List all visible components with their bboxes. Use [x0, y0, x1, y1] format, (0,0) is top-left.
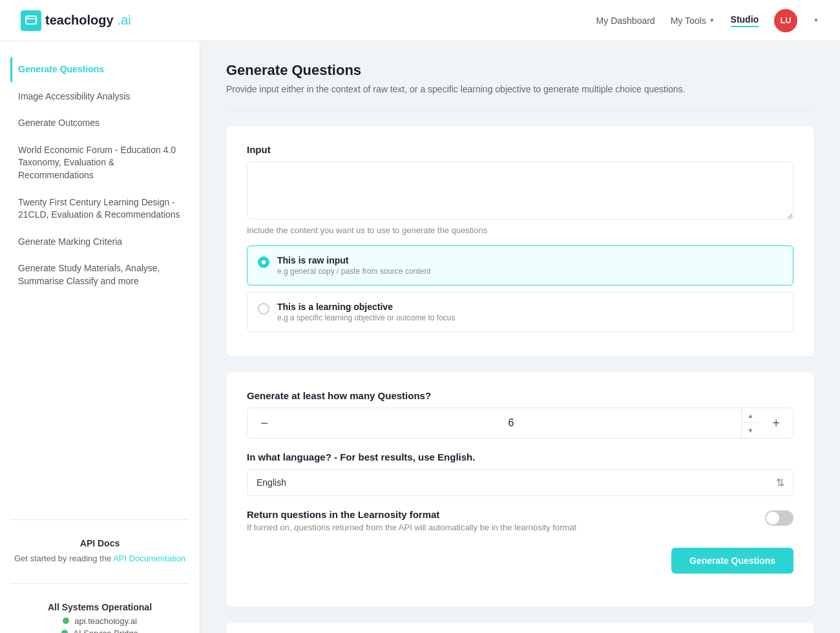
toggle-text: Return questions in the Learnosity forma…	[247, 509, 765, 532]
toggle-subtitle: If turned on, questions returned from th…	[247, 523, 755, 532]
questions-count-input[interactable]	[281, 408, 741, 438]
spinner-up[interactable]: ▲	[742, 408, 759, 423]
decrement-button[interactable]: −	[247, 408, 281, 438]
results-section: Results ⊘ Questions </> Code waiting...	[226, 623, 814, 633]
status-dot-bridge	[61, 630, 68, 633]
api-text: Get started by reading the API Documenta…	[10, 552, 189, 565]
status-dot-api	[63, 617, 69, 624]
api-link[interactable]: API Documentation	[113, 554, 185, 563]
generate-questions-button[interactable]: Generate Questions	[671, 548, 793, 574]
questions-label: Generate at least how many Questions?	[247, 390, 793, 401]
radio-text-raw: This is raw input e.g general copy / pas…	[277, 255, 430, 276]
sidebar-api-section: API Docs Get started by reading the API …	[10, 530, 189, 573]
status-section: All Systems Operational api.teachology.a…	[10, 594, 189, 634]
sidebar-item-study-materials[interactable]: Generate Study Materials, Analyse, Summa…	[10, 256, 189, 294]
radio-learning-objective[interactable]: This is a learning objective e.g a speci…	[247, 292, 793, 332]
radio-text-objective: This is a learning objective e.g a speci…	[277, 302, 455, 322]
nav-studio[interactable]: Studio	[731, 14, 759, 27]
radio-raw-input[interactable]: This is raw input e.g general copy / pas…	[247, 245, 793, 285]
toggle-switch[interactable]	[765, 510, 793, 526]
avatar[interactable]: LU	[774, 9, 797, 32]
input-section: Input Include the content you want us to…	[226, 126, 814, 357]
page-title: Generate Questions	[226, 62, 814, 79]
logo-icon	[21, 10, 41, 31]
status-api: api.teachology.ai	[10, 616, 189, 626]
sidebar-divider-2	[10, 583, 189, 584]
status-bridge: AI Service Bridge	[10, 628, 189, 634]
input-label: Input	[247, 144, 793, 155]
title-divider	[226, 110, 814, 110]
sidebar-footer: API Docs Get started by reading the API …	[0, 509, 200, 633]
spinner-down[interactable]: ▼	[742, 423, 759, 438]
input-hint: Include the content you want us to use t…	[247, 225, 793, 235]
sidebar-item-twenty-first[interactable]: Twenty First Century Learning Design - 2…	[10, 190, 189, 228]
radio-circle-objective	[258, 303, 269, 315]
logo-ai-text: .ai	[118, 13, 131, 28]
sidebar-item-generate-outcomes[interactable]: Generate Outcomes	[10, 110, 189, 136]
status-title: All Systems Operational	[10, 602, 189, 612]
number-spinner: ▲ ▼	[741, 408, 759, 438]
language-select[interactable]: English French Spanish German Italian Po…	[247, 469, 793, 496]
language-label: In what language? - For best results, us…	[247, 451, 793, 462]
toggle-row: Return questions in the Learnosity forma…	[247, 509, 793, 532]
sidebar-item-image-accessibility[interactable]: Image Accessibility Analysis	[10, 84, 189, 110]
api-title: API Docs	[10, 538, 189, 548]
svg-rect-0	[26, 16, 36, 24]
user-chevron-icon[interactable]: ▼	[813, 17, 819, 24]
increment-button[interactable]: +	[759, 408, 793, 438]
nav-dashboard[interactable]: My Dashboard	[596, 16, 655, 26]
logo[interactable]: teachology.ai	[21, 10, 131, 31]
layout: Generate Questions Image Accessibility A…	[0, 41, 840, 633]
questions-section: Generate at least how many Questions? − …	[226, 372, 814, 607]
nav-tools[interactable]: My Tools ▼	[671, 16, 715, 26]
input-textarea[interactable]	[247, 161, 793, 220]
sidebar-item-generate-questions[interactable]: Generate Questions	[10, 57, 189, 83]
sidebar: Generate Questions Image Accessibility A…	[0, 41, 200, 633]
tools-chevron-icon: ▼	[709, 17, 715, 24]
sidebar-divider-1	[10, 519, 189, 520]
generate-btn-wrap: Generate Questions	[247, 548, 793, 574]
radio-circle-raw	[258, 256, 269, 268]
sidebar-nav: Generate Questions Image Accessibility A…	[0, 57, 200, 509]
header: teachology.ai My Dashboard My Tools ▼ St…	[0, 0, 840, 41]
logo-text: teachology	[45, 13, 114, 28]
language-select-wrap: English French Spanish German Italian Po…	[247, 469, 793, 496]
nav-right: My Dashboard My Tools ▼ Studio LU ▼	[596, 9, 819, 32]
number-input-row: − ▲ ▼ +	[247, 408, 793, 439]
sidebar-item-world-economic[interactable]: World Economic Forum - Education 4.0 Tax…	[10, 138, 189, 189]
sidebar-item-marking-criteria[interactable]: Generate Marking Criteria	[10, 229, 189, 255]
main-content: Generate Questions Provide input either …	[200, 41, 840, 633]
page-subtitle: Provide input either in the context of r…	[226, 84, 814, 94]
toggle-title: Return questions in the Learnosity forma…	[247, 509, 755, 520]
